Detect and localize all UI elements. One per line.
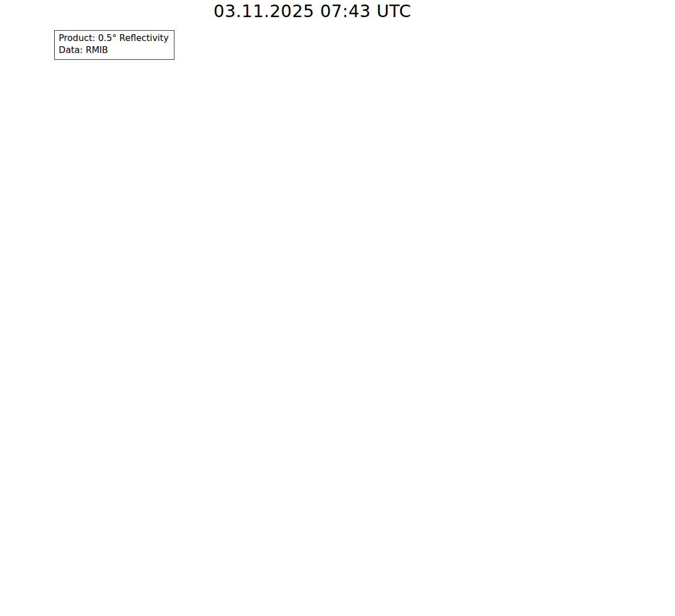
radar-figure: { "title": "03.11.2025 07:43 UTC", "info… <box>0 0 675 616</box>
product-info-box: Product: 0.5° Reflectivity Data: RMIB <box>54 30 174 60</box>
radar-map-canvas <box>0 0 675 616</box>
product-line: Product: 0.5° Reflectivity <box>59 32 169 44</box>
data-source-line: Data: RMIB <box>59 44 169 56</box>
